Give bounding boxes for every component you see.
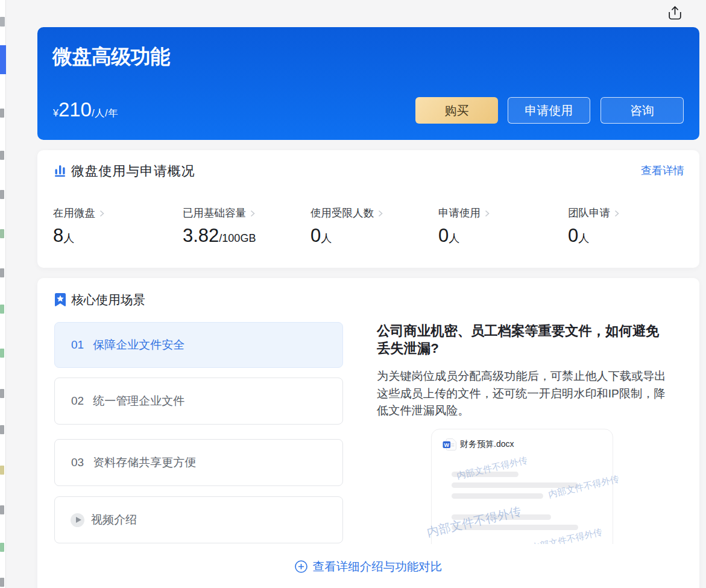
svg-text:W: W: [444, 442, 450, 448]
